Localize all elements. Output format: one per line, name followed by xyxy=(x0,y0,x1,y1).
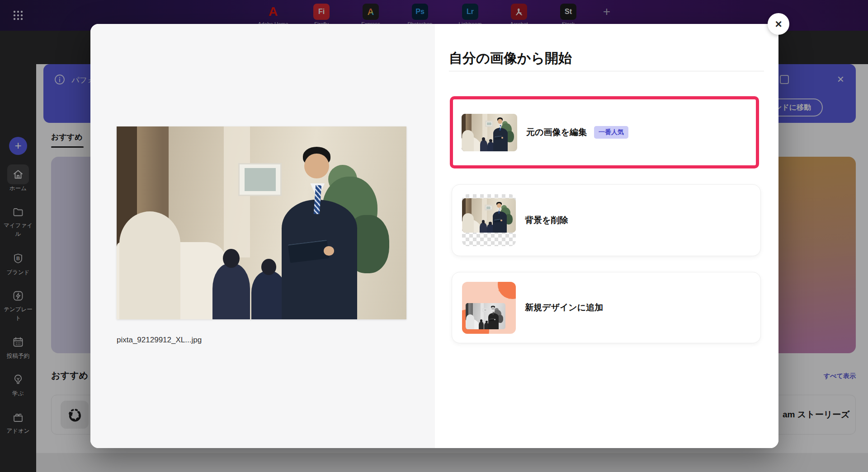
mini-grayscale-photo xyxy=(466,303,505,329)
most-popular-badge: 一番人気 xyxy=(594,126,628,139)
option-edit-label: 元の画像を編集 xyxy=(526,126,587,138)
sparkle-icon: ✦ xyxy=(497,285,505,296)
option-newdesign-thumbnail: ✦ ✦ + xyxy=(462,282,516,334)
image-preview-panel: pixta_92129912_XL...jpg xyxy=(90,24,435,448)
dialog-title: 自分の画像から開始 xyxy=(449,49,572,68)
title-divider xyxy=(449,71,764,71)
option-edit-thumbnail xyxy=(462,114,517,151)
office-photo-art xyxy=(462,198,516,233)
option-removebg-label: 背景を削除 xyxy=(525,215,568,226)
office-photo-art xyxy=(466,303,505,329)
start-from-image-dialog: pixta_92129912_XL...jpg 自分の画像から開始 元の画像を編… xyxy=(90,24,778,448)
sparkle-icon: ✦ xyxy=(507,294,511,301)
option-remove-background[interactable]: 背景を削除 xyxy=(452,184,761,256)
office-photo-art xyxy=(462,114,517,151)
dialog-close-button[interactable]: × xyxy=(768,13,789,35)
action-options-panel: 自分の画像から開始 元の画像を編集 一番人気 背景を削除 xyxy=(435,24,778,448)
option-removebg-thumbnail xyxy=(462,194,516,246)
option-add-to-new-design[interactable]: ✦ ✦ + 新規デザインに追加 xyxy=(452,272,761,343)
uploaded-filename: pixta_92129912_XL...jpg xyxy=(117,336,202,345)
plus-sparkle-icon: + xyxy=(508,282,512,289)
uploaded-image-preview xyxy=(117,126,406,319)
option-newdesign-label: 新規デザインに追加 xyxy=(525,302,603,313)
office-photo-art xyxy=(117,126,406,319)
option-edit-original[interactable]: 元の画像を編集 一番人気 xyxy=(450,96,759,168)
